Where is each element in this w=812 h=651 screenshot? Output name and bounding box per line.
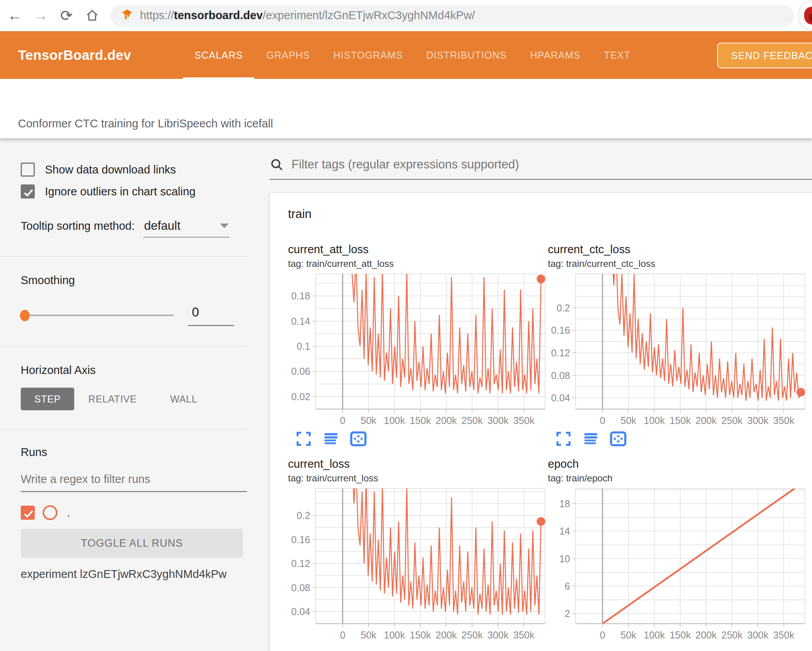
ignore-outliers-checkbox[interactable] [21,184,35,199]
svg-text:0: 0 [340,630,345,640]
svg-text:100k: 100k [644,630,665,640]
show-download-links-label: Show data download links [45,163,176,176]
svg-text:250k: 250k [461,630,483,640]
browser-toolbar: ← → ⟳ https://tensorboard.dev/experiment… [0,0,812,31]
fullscreen-icon[interactable] [295,430,312,447]
svg-text:0.12: 0.12 [291,558,310,569]
tab-graphs[interactable]: GRAPHS [254,31,322,79]
axis-step-button[interactable]: STEP [21,388,74,410]
profile-avatar[interactable] [798,0,812,31]
address-bar[interactable]: https://tensorboard.dev/experiment/lzGnE… [110,5,794,26]
experiment-subtitle-bar: Conformer CTC training for LibriSpeech w… [0,79,812,138]
horizontal-axis-label: Horizontal Axis [21,364,247,377]
home-icon[interactable] [81,5,103,27]
reload-icon[interactable]: ⟳ [55,5,77,27]
axis-wall-button[interactable]: WALL [157,388,211,410]
svg-text:0: 0 [600,630,605,640]
runs-label: Runs [21,446,247,459]
chart-tag: tag: train/current_ctc_loss [548,258,808,269]
tab-histograms[interactable]: HISTOGRAMS [322,31,415,79]
send-feedback-button[interactable]: SEND FEEDBACK [717,43,812,68]
svg-text:100k: 100k [384,630,405,640]
svg-text:150k: 150k [670,630,691,640]
svg-text:0.1: 0.1 [297,341,310,352]
svg-text:350k: 350k [773,415,795,426]
runs-selector-icon[interactable] [322,430,340,447]
tab-scalars[interactable]: SCALARS [183,31,255,79]
scalars-main-panel: train current_att_loss tag: train/curren… [270,141,812,651]
url-text: https://tensorboard.dev/experiment/lzGnE… [140,9,475,22]
tab-distributions[interactable]: DISTRIBUTIONS [415,31,519,79]
svg-text:0.06: 0.06 [291,366,310,377]
svg-text:150k: 150k [670,415,691,426]
chart-plot[interactable]: 0.020.060.10.140.18050k100k150k200k250k3… [288,272,546,426]
tag-group-title: train [288,207,812,221]
svg-text:250k: 250k [721,415,743,426]
svg-text:200k: 200k [436,630,457,640]
run-name: . [67,506,70,519]
chart-title: current_loss [288,458,548,470]
back-icon[interactable]: ← [4,5,26,27]
show-download-links-checkbox[interactable] [21,163,35,177]
svg-text:100k: 100k [384,415,405,426]
svg-text:200k: 200k [696,415,717,426]
run-checkbox[interactable] [21,506,35,520]
settings-sidebar: Show data download links Ignore outliers… [0,141,247,581]
ignore-outliers-label: Ignore outliers in chart scaling [45,185,195,198]
filter-tags-bar[interactable] [270,141,812,180]
chart-epoch: epoch tag: train/epoch 26101418050k100k1… [548,458,808,640]
svg-text:150k: 150k [410,630,431,640]
chart-current-att-loss: current_att_loss tag: train/current_att_… [288,243,548,447]
axis-relative-button[interactable]: RELATIVE [78,388,147,410]
chart-plot[interactable]: 0.040.080.120.160.2050k100k150k200k250k3… [548,272,806,426]
svg-text:2: 2 [565,608,570,619]
runs-regex-input[interactable] [21,473,247,492]
svg-text:300k: 300k [487,630,509,640]
svg-text:50k: 50k [361,415,377,426]
smoothing-slider-thumb[interactable] [20,310,30,321]
toggle-all-runs-button[interactable]: TOGGLE ALL RUNS [21,529,243,558]
experiment-title: Conformer CTC training for LibriSpeech w… [18,117,273,130]
svg-text:0.2: 0.2 [297,510,310,521]
tooltip-sorting-value: default [144,219,181,232]
fullscreen-icon[interactable] [555,430,572,447]
filter-tags-input[interactable] [291,157,812,172]
svg-text:14: 14 [559,526,570,537]
runs-selector-icon[interactable] [582,430,599,447]
experiment-note: experiment lzGnETjwRxC3yghNMd4kPw [21,568,247,581]
svg-text:0: 0 [600,415,605,426]
svg-text:50k: 50k [621,415,637,426]
tab-text[interactable]: TEXT [592,31,642,79]
svg-text:300k: 300k [487,415,509,426]
tooltip-sorting-dropdown[interactable]: default [143,219,229,238]
chart-title: epoch [548,458,808,470]
app-title: TensorBoard.dev [18,47,131,63]
fit-to-frame-icon[interactable] [610,430,627,447]
chart-actions [555,430,808,447]
svg-text:0.2: 0.2 [556,302,570,313]
ignore-outliers-row[interactable]: Ignore outliers in chart scaling [21,184,247,199]
svg-text:0.12: 0.12 [551,347,570,358]
run-color-swatch [43,505,57,520]
svg-text:0.16: 0.16 [551,325,570,336]
chart-plot[interactable]: 0.040.080.120.160.2050k100k150k200k250k3… [288,487,546,640]
forward-icon[interactable]: → [30,5,52,27]
fit-to-frame-icon[interactable] [350,430,367,447]
svg-text:0: 0 [340,415,345,426]
tab-hparams[interactable]: HPARAMS [519,31,592,79]
chart-plot[interactable]: 26101418050k100k150k200k250k300k350k [548,487,806,640]
search-icon [270,157,284,172]
svg-text:0.16: 0.16 [291,534,310,545]
show-download-links-row[interactable]: Show data download links [21,163,247,177]
chart-title: current_ctc_loss [548,243,808,256]
tensorboard-header: TensorBoard.dev SCALARS GRAPHS HISTOGRAM… [0,31,812,79]
svg-text:18: 18 [559,498,570,509]
chart-current-ctc-loss: current_ctc_loss tag: train/current_ctc_… [548,243,808,447]
svg-text:150k: 150k [410,415,431,426]
chart-tag: tag: train/epoch [548,473,808,484]
smoothing-slider[interactable] [21,315,174,316]
smoothing-value-field[interactable]: 0 [188,305,234,326]
run-row[interactable]: . [21,505,247,520]
svg-text:10: 10 [559,553,570,564]
svg-text:0.02: 0.02 [291,391,310,402]
